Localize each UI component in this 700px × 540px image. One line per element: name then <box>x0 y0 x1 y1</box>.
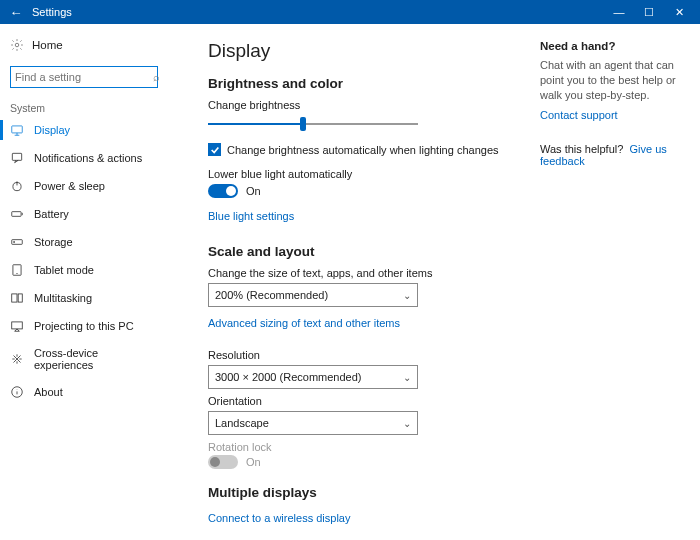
text-size-label: Change the size of text, apps, and other… <box>208 267 530 279</box>
svg-rect-1 <box>12 126 23 133</box>
svg-point-6 <box>14 241 15 242</box>
resolution-value: 3000 × 2000 (Recommended) <box>215 371 361 383</box>
projecting-icon <box>10 319 24 333</box>
page-title: Display <box>208 40 530 62</box>
multitasking-icon <box>10 291 24 305</box>
crossdevice-icon <box>10 352 24 366</box>
rotation-lock-label: Rotation lock <box>208 441 530 453</box>
title-bar: ← Settings — ☐ ✕ <box>0 0 700 24</box>
help-aside: Need a hand? Chat with an agent that can… <box>540 24 700 540</box>
search-icon: ⌕ <box>153 71 160 83</box>
sidebar-item-label: About <box>34 386 63 398</box>
scale-heading: Scale and layout <box>208 244 530 259</box>
svg-rect-9 <box>18 294 22 302</box>
rotation-lock-state: On <box>246 456 261 468</box>
bluelight-settings-link[interactable]: Blue light settings <box>208 210 294 222</box>
bluelight-toggle[interactable] <box>208 184 238 198</box>
sidebar-item-label: Cross-device experiences <box>34 347 158 371</box>
auto-brightness-checkbox[interactable]: Change brightness automatically when lig… <box>208 143 530 156</box>
connect-wireless-link[interactable]: Connect to a wireless display <box>208 512 350 524</box>
power-icon <box>10 179 24 193</box>
sidebar-item-display[interactable]: Display <box>0 116 168 144</box>
sidebar-item-crossdevice[interactable]: Cross-device experiences <box>0 340 168 378</box>
bluelight-label: Lower blue light automatically <box>208 168 530 180</box>
orientation-label: Orientation <box>208 395 530 407</box>
sidebar-nav: Display Notifications & actions Power & … <box>0 116 168 406</box>
sidebar: Home ⌕ System Display Notifications & ac… <box>0 24 168 540</box>
display-icon <box>10 123 24 137</box>
text-size-select[interactable]: 200% (Recommended) ⌄ <box>208 283 418 307</box>
chevron-down-icon: ⌄ <box>403 418 411 429</box>
about-icon <box>10 385 24 399</box>
orientation-select[interactable]: Landscape ⌄ <box>208 411 418 435</box>
sidebar-item-label: Tablet mode <box>34 264 94 276</box>
notifications-icon <box>10 151 24 165</box>
sidebar-item-power[interactable]: Power & sleep <box>0 172 168 200</box>
sidebar-item-tablet[interactable]: Tablet mode <box>0 256 168 284</box>
rotation-lock-toggle <box>208 455 238 469</box>
resolution-label: Resolution <box>208 349 530 361</box>
svg-rect-2 <box>12 153 21 160</box>
svg-point-0 <box>15 43 19 47</box>
advanced-sizing-link[interactable]: Advanced sizing of text and other items <box>208 317 400 329</box>
back-button[interactable]: ← <box>6 5 26 20</box>
text-size-value: 200% (Recommended) <box>215 289 328 301</box>
brightness-heading: Brightness and color <box>208 76 530 91</box>
need-hand-text: Chat with an agent that can point you to… <box>540 58 688 103</box>
sidebar-item-label: Storage <box>34 236 73 248</box>
sidebar-item-projecting[interactable]: Projecting to this PC <box>0 312 168 340</box>
sidebar-group-label: System <box>0 98 168 116</box>
sidebar-item-label: Power & sleep <box>34 180 105 192</box>
sidebar-item-notifications[interactable]: Notifications & actions <box>0 144 168 172</box>
svg-rect-4 <box>12 212 21 217</box>
sidebar-item-multitasking[interactable]: Multitasking <box>0 284 168 312</box>
brightness-slider[interactable] <box>208 115 418 133</box>
svg-rect-8 <box>12 294 17 302</box>
need-hand-heading: Need a hand? <box>540 40 688 52</box>
bluelight-state: On <box>246 185 261 197</box>
home-label: Home <box>32 39 63 51</box>
auto-brightness-label: Change brightness automatically when lig… <box>227 144 499 156</box>
sidebar-item-label: Notifications & actions <box>34 152 142 164</box>
multiple-displays-heading: Multiple displays <box>208 485 530 500</box>
search-input[interactable]: ⌕ <box>10 66 158 88</box>
sidebar-item-label: Multitasking <box>34 292 92 304</box>
svg-rect-10 <box>12 322 23 329</box>
battery-icon <box>10 207 24 221</box>
minimize-button[interactable]: — <box>604 6 634 18</box>
tablet-icon <box>10 263 24 277</box>
chevron-down-icon: ⌄ <box>403 372 411 383</box>
content-area[interactable]: Display Brightness and color Change brig… <box>168 24 540 540</box>
chevron-down-icon: ⌄ <box>403 290 411 301</box>
search-field[interactable] <box>15 71 153 83</box>
brightness-label: Change brightness <box>208 99 530 111</box>
sidebar-item-label: Projecting to this PC <box>34 320 134 332</box>
sidebar-item-about[interactable]: About <box>0 378 168 406</box>
sidebar-item-label: Battery <box>34 208 69 220</box>
checkbox-checked-icon <box>208 143 221 156</box>
maximize-button[interactable]: ☐ <box>634 6 664 19</box>
contact-support-link[interactable]: Contact support <box>540 109 618 121</box>
sidebar-item-battery[interactable]: Battery <box>0 200 168 228</box>
sidebar-item-storage[interactable]: Storage <box>0 228 168 256</box>
orientation-value: Landscape <box>215 417 269 429</box>
gear-icon <box>10 38 24 52</box>
window-title: Settings <box>32 6 72 18</box>
resolution-select[interactable]: 3000 × 2000 (Recommended) ⌄ <box>208 365 418 389</box>
storage-icon <box>10 235 24 249</box>
sidebar-item-label: Display <box>34 124 70 136</box>
home-button[interactable]: Home <box>0 32 168 58</box>
helpful-question: Was this helpful? <box>540 143 623 155</box>
close-button[interactable]: ✕ <box>664 6 694 19</box>
